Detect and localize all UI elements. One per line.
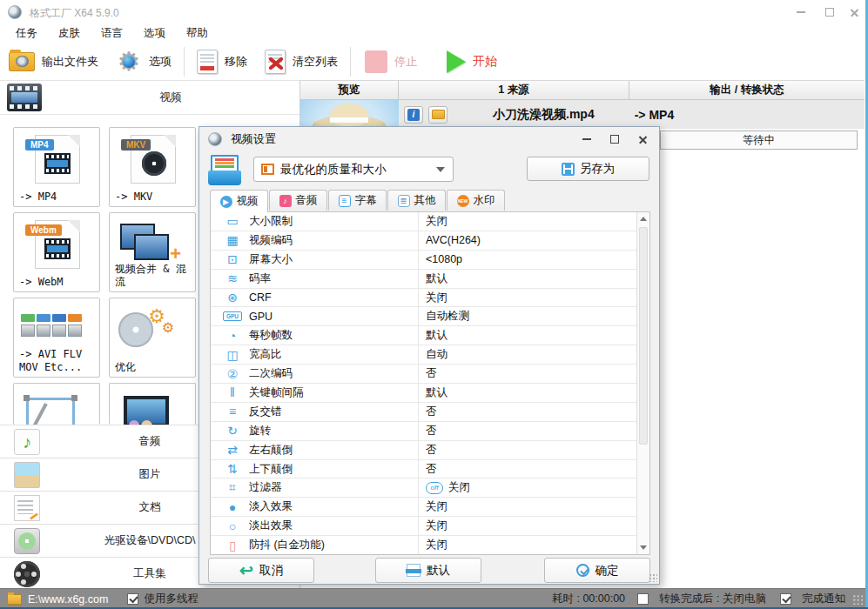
stop-button[interactable]: 停止 xyxy=(356,46,426,77)
column-output-status[interactable]: 输出 / 转换状态 xyxy=(629,81,865,99)
cancel-button[interactable]: ↩ 取消 xyxy=(208,558,314,583)
preset-value: 最优化的质量和大小 xyxy=(280,162,436,177)
remove-button[interactable]: 移除 xyxy=(188,46,256,77)
setting-row-fps[interactable]: ◔ 每秒帧数 默认 xyxy=(211,326,636,345)
stabilize-icon: ▯ xyxy=(223,539,242,552)
toolbar-separator xyxy=(350,47,351,77)
dialog-minimize-button[interactable] xyxy=(575,131,598,147)
tab-subtitle[interactable]: ≡ 字幕 xyxy=(328,190,387,211)
scrollbar-track[interactable] xyxy=(637,225,649,541)
menu-item-task[interactable]: 任务 xyxy=(16,26,37,41)
video-category-icon xyxy=(7,84,42,111)
setting-row-bitrate[interactable]: ≋ 码率 默认 xyxy=(211,270,636,289)
window-resize-grip[interactable] xyxy=(852,594,863,605)
dialog-close-button[interactable] xyxy=(631,131,654,147)
video-join-icon: + xyxy=(120,224,169,262)
card-to-mkv[interactable]: MKV -> MKV xyxy=(109,127,196,207)
column-source[interactable]: 1 来源 xyxy=(399,81,629,99)
maximize-icon xyxy=(825,8,834,17)
preset-dropdown[interactable]: 最优化的质量和大小 xyxy=(253,157,454,182)
clear-list-button[interactable]: 清空列表 xyxy=(256,46,347,77)
card-to-avi-flv-mov[interactable]: -> AVI FLV MOV Etc... xyxy=(13,298,100,378)
size-limit-icon: ▭ xyxy=(223,214,242,228)
filter-icon: ⌗ xyxy=(223,480,242,495)
bitrate-icon: ≋ xyxy=(223,271,242,285)
tab-watermark[interactable]: NEW 水印 xyxy=(447,190,505,211)
output-path[interactable]: E:\www.x6g.com xyxy=(28,593,108,606)
menu-item-skin[interactable]: 皮肤 xyxy=(58,26,80,41)
ok-button[interactable]: 确定 xyxy=(544,558,650,583)
setting-row-screen-size[interactable]: ⊡ 屏幕大小 <1080p xyxy=(211,251,636,270)
subtitle-tab-icon: ≡ xyxy=(339,195,351,207)
card-partial-crop[interactable] xyxy=(13,383,100,425)
setting-row-aspect-ratio[interactable]: ◫ 宽高比 自动 xyxy=(211,345,636,365)
title-bar: 格式工厂 X64 5.9.0 xyxy=(0,0,868,24)
default-button[interactable]: 默认 xyxy=(375,558,481,583)
setting-row-filter[interactable]: ⌗ 过滤器 off 关闭 xyxy=(211,478,636,498)
menu-item-language[interactable]: 语言 xyxy=(101,26,123,41)
column-preview[interactable]: 预览 xyxy=(300,81,399,99)
default-icon xyxy=(407,564,421,577)
start-button[interactable]: 开始 xyxy=(438,46,506,77)
file-info-button[interactable]: i xyxy=(404,106,423,124)
setting-row-deinterlace[interactable]: ≡ 反交错 否 xyxy=(211,403,636,422)
setting-row-flip-vertical[interactable]: ⇅ 上下颠倒 否 xyxy=(211,460,636,479)
setting-row-gpu[interactable]: GPU GPU 自动检测 xyxy=(211,307,636,326)
shutdown-checkbox[interactable] xyxy=(637,593,649,605)
setting-row-fade-out[interactable]: ○ 淡出效果 关闭 xyxy=(211,517,636,536)
tab-other[interactable]: ≣ 其他 xyxy=(387,190,446,211)
setting-row-video-encoder[interactable]: ▦ 视频编码 AVC(H264) xyxy=(211,231,636,251)
menu-item-help[interactable]: 帮助 xyxy=(186,26,208,41)
notify-checkbox[interactable] xyxy=(780,593,791,605)
dialog-maximize-button[interactable] xyxy=(603,131,626,147)
setting-row-rotate[interactable]: ↻ 旋转 否 xyxy=(211,422,636,441)
queue-row[interactable]: i 小刀洗澡视频.mp4 -> MP4 xyxy=(300,100,865,129)
ok-check-icon xyxy=(576,564,589,577)
setting-row-flip-horizontal[interactable]: ⇄ 左右颠倒 否 xyxy=(211,441,636,460)
card-optimize[interactable]: ⚙ ⚙ 优化 xyxy=(109,298,196,378)
card-label: -> MP4 xyxy=(19,191,57,204)
dialog-title: 视频设置 xyxy=(231,131,276,147)
card-to-webm[interactable]: Webm -> WebM xyxy=(13,212,100,292)
output-folder-button[interactable]: 输出文件夹 xyxy=(0,46,107,77)
setting-row-two-pass[interactable]: ② 二次编码 否 xyxy=(211,365,636,384)
toolbar-separator xyxy=(184,47,185,77)
cancel-arrow-icon: ↩ xyxy=(239,565,253,577)
scrollbar-thumb[interactable] xyxy=(639,227,648,445)
card-label: 优化 xyxy=(115,361,136,374)
minimize-icon xyxy=(582,138,591,140)
flip-horizontal-icon: ⇄ xyxy=(223,443,242,457)
dialog-resize-grip[interactable] xyxy=(649,573,657,582)
preview-thumbnail[interactable] xyxy=(300,100,399,129)
open-folder-button[interactable] xyxy=(428,106,447,124)
setting-row-crf[interactable]: ⊛ CRF 关闭 xyxy=(211,289,636,308)
source-file-name: 小刀洗澡视频.mp4 xyxy=(493,107,595,123)
setting-row-size-limit[interactable]: ▭ 大小限制 关闭 xyxy=(211,212,636,231)
setting-row-keyframe-interval[interactable]: ‖ 关键帧间隔 默认 xyxy=(211,384,636,403)
save-as-button[interactable]: 另存为 xyxy=(527,157,649,181)
dialog-app-icon xyxy=(208,132,222,146)
setting-row-fade-in[interactable]: ● 淡入效果 关闭 xyxy=(211,498,636,517)
maximize-button[interactable] xyxy=(817,5,843,19)
fps-icon: ◔ xyxy=(223,329,242,343)
tab-audio[interactable]: ♪ 音频 xyxy=(269,190,327,211)
flip-vertical-icon: ⇅ xyxy=(223,462,242,476)
multithread-checkbox[interactable] xyxy=(127,593,138,605)
scroll-up-button[interactable] xyxy=(637,212,649,225)
arrow-down-icon xyxy=(640,545,647,550)
tab-video[interactable]: ▶ 视频 xyxy=(210,190,268,212)
audio-tab-icon: ♪ xyxy=(279,195,292,207)
close-button[interactable] xyxy=(841,5,867,19)
card-to-mp4[interactable]: MP4 -> MP4 xyxy=(13,127,100,207)
setting-row-stabilize[interactable]: ▯ 防抖 (白金功能) 关闭 xyxy=(211,536,636,554)
card-video-join[interactable]: + 视频合并 & 混流 xyxy=(109,212,196,292)
rotate-icon: ↻ xyxy=(223,424,242,438)
minimize-button[interactable] xyxy=(788,5,814,19)
settings-scrollbar[interactable] xyxy=(636,212,649,554)
options-button[interactable]: ⚙ 选项 xyxy=(107,46,180,77)
card-partial-mixer[interactable] xyxy=(109,383,196,425)
category-video[interactable]: 视频 xyxy=(0,81,299,115)
menu-item-options[interactable]: 选项 xyxy=(144,26,165,41)
elapsed-time: 耗时 : 00:00:00 xyxy=(552,592,625,606)
scroll-down-button[interactable] xyxy=(637,541,649,554)
